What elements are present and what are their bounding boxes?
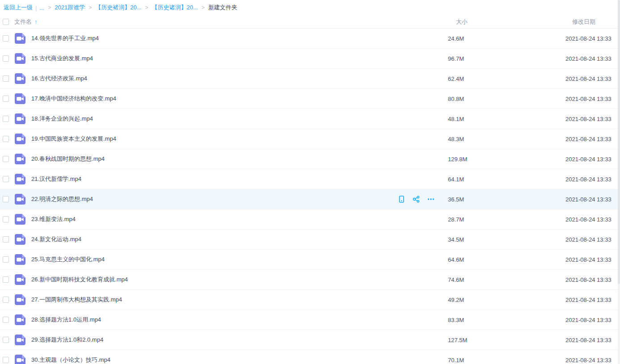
file-size: 24.6M	[440, 35, 557, 42]
table-row[interactable]: 16.古代经济政策.mp4	[0, 69, 620, 89]
file-name[interactable]: 19.中国民族资本主义的发展.mp4	[31, 135, 116, 143]
video-file-icon	[14, 153, 26, 165]
file-date: 2021-08-24 13:33	[557, 96, 620, 102]
file-name[interactable]: 21.汉代新儒学.mp4	[31, 175, 81, 183]
file-size: 80.8M	[440, 96, 557, 102]
table-row[interactable]: 17.晚清中国经济结构的改变.mp4	[0, 89, 620, 109]
table-row[interactable]: 25.马克思主义的中国化.mp4	[0, 250, 620, 270]
file-name[interactable]: 17.晚清中国经济结构的改变.mp4	[31, 95, 116, 103]
row-checkbox[interactable]	[3, 357, 9, 363]
share-icon[interactable]	[412, 195, 420, 203]
row-checkbox[interactable]	[3, 136, 9, 142]
row-actions	[397, 195, 435, 203]
file-name[interactable]: 18.洋务企业的兴起.mp4	[31, 115, 93, 123]
file-date: 2021-08-24 13:33	[557, 256, 620, 263]
column-header-size[interactable]: 大小	[440, 18, 557, 26]
table-row[interactable]: 24.新文化运动.mp4	[0, 230, 620, 250]
file-name[interactable]: 15.古代商业的发展.mp4	[31, 54, 93, 63]
row-checkbox[interactable]	[3, 276, 9, 283]
scrollbar-track[interactable]	[618, 0, 620, 364]
video-file-icon	[14, 113, 26, 125]
file-size: 34.5M	[440, 236, 557, 243]
file-date: 2021-08-24 13:33	[557, 196, 620, 203]
row-checkbox[interactable]	[3, 55, 9, 62]
more-actions-icon[interactable]	[427, 195, 435, 203]
table-row[interactable]: 14.领先世界的手工业.mp4	[0, 29, 620, 49]
video-file-icon	[14, 213, 26, 225]
breadcrumb-link[interactable]: 【历史褚润】20...	[95, 4, 141, 12]
row-checkbox[interactable]	[3, 256, 9, 263]
table-row[interactable]: 22.明清之际的思想.mp4	[0, 189, 620, 209]
column-header-name[interactable]: 文件名	[14, 18, 32, 26]
row-checkbox[interactable]	[3, 176, 9, 182]
breadcrumb-separator: >	[145, 4, 148, 11]
row-checkbox[interactable]	[3, 317, 9, 323]
row-checkbox[interactable]	[3, 196, 9, 202]
table-row[interactable]: 26.新中国时期科技文化教育成就.mp4	[0, 270, 620, 290]
video-file-icon	[14, 33, 26, 44]
file-name[interactable]: 23.维新变法.mp4	[31, 215, 76, 223]
row-checkbox[interactable]	[3, 156, 9, 162]
video-file-icon	[14, 173, 26, 185]
file-name[interactable]: 25.马克思主义的中国化.mp4	[31, 255, 105, 264]
file-name[interactable]: 22.明清之际的思想.mp4	[31, 195, 93, 203]
row-checkbox[interactable]	[3, 337, 9, 343]
breadcrumb-link[interactable]: 2021跟谁学	[55, 4, 85, 12]
file-date: 2021-08-24 13:33	[557, 337, 620, 343]
save-to-device-icon[interactable]	[397, 195, 405, 203]
breadcrumb-current: 新建文件夹	[208, 4, 237, 12]
column-header-date[interactable]: 修改日期	[557, 18, 620, 26]
select-all-checkbox[interactable]	[3, 19, 9, 25]
table-row[interactable]: 27.一国两制伟大构想及其实践.mp4	[0, 290, 620, 310]
row-checkbox[interactable]	[3, 116, 9, 122]
row-checkbox[interactable]	[3, 297, 9, 303]
file-date: 2021-08-24 13:33	[557, 75, 620, 82]
table-row[interactable]: 15.古代商业的发展.mp4	[0, 49, 620, 69]
table-row[interactable]: 19.中国民族资本主义的发展.mp4	[0, 129, 620, 149]
breadcrumb-separator: >	[48, 4, 51, 11]
table-row[interactable]: 23.维新变法.mp4	[0, 209, 620, 230]
file-name[interactable]: 30.主观题（小论文）技巧.mp4	[31, 356, 110, 364]
breadcrumb-pipe-divider: |	[35, 4, 37, 11]
breadcrumb-ellipsis-link[interactable]: ...	[39, 4, 44, 11]
video-file-icon	[14, 294, 26, 305]
file-date: 2021-08-24 13:33	[557, 176, 620, 183]
video-file-icon	[14, 354, 26, 364]
file-name[interactable]: 14.领先世界的手工业.mp4	[31, 34, 99, 42]
table-row[interactable]: 29.选择题方法1.0和2.0.mp4	[0, 330, 620, 350]
file-name[interactable]: 29.选择题方法1.0和2.0.mp4	[31, 336, 103, 344]
file-name[interactable]: 27.一国两制伟大构想及其实践.mp4	[31, 296, 122, 304]
row-checkbox[interactable]	[3, 75, 9, 82]
table-row[interactable]: 28.选择题方法1.0运用.mp4	[0, 310, 620, 330]
file-size: 62.4M	[440, 75, 557, 82]
file-date: 2021-08-24 13:33	[557, 357, 620, 364]
scrollbar-thumb[interactable]	[618, 0, 620, 284]
file-size: 74.6M	[440, 276, 557, 283]
file-date: 2021-08-24 13:33	[557, 55, 620, 62]
breadcrumb-separator: >	[89, 4, 92, 11]
row-checkbox[interactable]	[3, 216, 9, 222]
file-date: 2021-08-24 13:33	[557, 317, 620, 323]
table-row[interactable]: 21.汉代新儒学.mp4	[0, 169, 620, 189]
file-name[interactable]: 20.春秋战国时期的思想.mp4	[31, 155, 105, 163]
file-size: 36.5M	[440, 196, 557, 203]
table-row[interactable]: 20.春秋战国时期的思想.mp4	[0, 149, 620, 169]
breadcrumb-link[interactable]: 【历史诸润】20...	[152, 4, 198, 12]
file-date: 2021-08-24 13:33	[557, 297, 620, 303]
breadcrumb-back-link[interactable]: 返回上一级	[4, 4, 33, 12]
file-name[interactable]: 26.新中国时期科技文化教育成就.mp4	[31, 276, 128, 284]
file-date: 2021-08-24 13:33	[557, 236, 620, 243]
row-checkbox[interactable]	[3, 96, 9, 102]
video-file-icon	[14, 53, 26, 64]
sort-ascending-icon[interactable]: ↑	[34, 18, 38, 25]
row-checkbox[interactable]	[3, 236, 9, 243]
file-size: 48.3M	[440, 136, 557, 142]
file-name[interactable]: 24.新文化运动.mp4	[31, 235, 81, 243]
file-name[interactable]: 28.选择题方法1.0运用.mp4	[31, 316, 101, 324]
row-checkbox[interactable]	[3, 35, 9, 42]
table-row[interactable]: 18.洋务企业的兴起.mp4	[0, 109, 620, 129]
table-row[interactable]: 30.主观题（小论文）技巧.mp4	[0, 350, 620, 364]
file-date: 2021-08-24 13:33	[557, 136, 620, 142]
file-size: 129.8M	[440, 156, 557, 163]
file-name[interactable]: 16.古代经济政策.mp4	[31, 75, 87, 83]
